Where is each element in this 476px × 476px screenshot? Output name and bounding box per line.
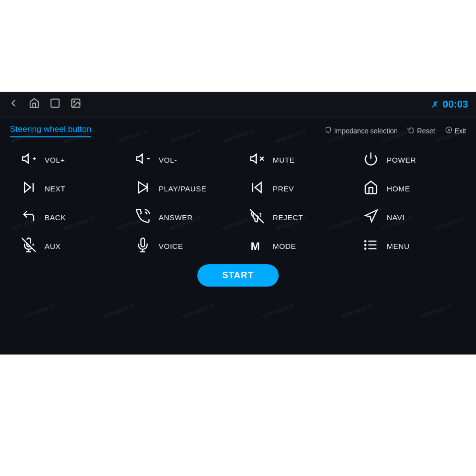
impedance-selection-btn[interactable]: Impedance selection xyxy=(325,126,398,135)
mute-label: MUTE xyxy=(273,156,295,164)
svg-marker-20 xyxy=(255,182,261,192)
aux-item[interactable]: AUX xyxy=(10,232,124,260)
reject-label: REJECT xyxy=(273,213,303,222)
mode-icon: M xyxy=(248,238,266,254)
gallery-icon[interactable] xyxy=(70,98,81,111)
voice-item[interactable]: VOICE xyxy=(124,232,238,260)
power-item[interactable]: POWER xyxy=(352,145,466,174)
shield-icon xyxy=(325,126,332,135)
home-ctrl-item[interactable]: HOME xyxy=(352,174,466,203)
navi-item[interactable]: NAVI xyxy=(352,203,466,232)
mute-item[interactable]: MUTE xyxy=(238,145,352,174)
navi-icon xyxy=(362,209,380,226)
reject-item[interactable]: REJECT xyxy=(238,203,352,232)
reject-icon xyxy=(248,209,266,226)
mute-icon xyxy=(248,151,266,168)
answer-icon xyxy=(134,209,152,226)
nav-icons xyxy=(8,98,81,111)
vol-plus-label: VOL+ xyxy=(45,156,65,164)
aux-label: AUX xyxy=(45,242,60,250)
voice-icon xyxy=(134,238,152,254)
play-pause-icon xyxy=(134,180,152,197)
svg-text:M: M xyxy=(251,240,260,252)
prev-icon xyxy=(248,180,266,197)
recent-icon[interactable] xyxy=(50,98,60,111)
vol-plus-item[interactable]: VOL+ xyxy=(10,145,124,174)
svg-point-35 xyxy=(365,248,366,249)
svg-marker-6 xyxy=(23,154,28,163)
prev-item[interactable]: PREV xyxy=(238,174,352,203)
play-pause-label: PLAY/PAUSE xyxy=(159,184,206,193)
navi-label: NAVI xyxy=(387,213,405,222)
back-icon[interactable] xyxy=(8,98,19,111)
impedance-label: Impedance selection xyxy=(334,127,398,135)
next-label: NEXT xyxy=(45,184,65,193)
start-btn-wrapper: START xyxy=(10,264,466,287)
reset-label: Reset xyxy=(417,127,435,135)
home-icon[interactable] xyxy=(29,98,40,111)
start-button[interactable]: START xyxy=(197,264,279,287)
content-area: Steering wheel button Impedance selectio… xyxy=(0,118,476,292)
time-display: 00:03 xyxy=(443,99,468,110)
svg-point-2 xyxy=(73,101,75,102)
vol-plus-icon xyxy=(20,151,38,168)
svg-marker-23 xyxy=(365,210,377,222)
play-pause-item[interactable]: PLAY/PAUSE xyxy=(124,174,238,203)
aux-icon xyxy=(20,238,38,254)
svg-marker-18 xyxy=(138,182,147,193)
title-actions: Impedance selection Reset xyxy=(325,126,466,135)
prev-label: PREV xyxy=(273,184,294,193)
exit-icon xyxy=(445,126,452,135)
answer-label: ANSWER xyxy=(159,213,193,222)
power-icon xyxy=(362,151,380,168)
menu-item[interactable]: MENU xyxy=(352,232,466,260)
answer-item[interactable]: ANSWER xyxy=(124,203,238,232)
svg-rect-0 xyxy=(51,99,60,108)
back-ctrl-icon xyxy=(20,209,38,226)
svg-marker-16 xyxy=(24,182,31,192)
bluetooth-icon: ✗ xyxy=(431,99,439,110)
vol-minus-label: VOL- xyxy=(159,156,177,164)
svg-marker-12 xyxy=(251,154,256,163)
svg-point-34 xyxy=(365,244,366,246)
mode-item[interactable]: M MODE xyxy=(238,232,352,260)
menu-label: MENU xyxy=(387,242,410,250)
power-label: POWER xyxy=(387,156,416,164)
title-row: Steering wheel button Impedance selectio… xyxy=(10,124,466,137)
menu-icon xyxy=(362,238,380,254)
svg-marker-10 xyxy=(137,154,142,163)
mode-label: MODE xyxy=(273,242,296,250)
vol-minus-item[interactable]: VOL- xyxy=(124,145,238,174)
reset-icon xyxy=(408,126,415,135)
next-icon xyxy=(20,180,38,197)
svg-point-33 xyxy=(365,240,366,242)
controls-grid: VOL+ VOL- xyxy=(10,145,466,260)
home-ctrl-icon xyxy=(362,180,380,197)
back-ctrl-label: BACK xyxy=(45,213,66,222)
vol-minus-icon xyxy=(134,151,152,168)
exit-label: Exit xyxy=(455,127,466,135)
voice-label: VOICE xyxy=(159,242,183,250)
top-bar-right: ✗ 00:03 xyxy=(431,99,468,110)
back-ctrl-item[interactable]: BACK xyxy=(10,203,124,232)
reset-btn[interactable]: Reset xyxy=(408,126,435,135)
exit-btn[interactable]: Exit xyxy=(445,126,466,135)
page-title: Steering wheel button xyxy=(10,124,91,137)
home-ctrl-label: HOME xyxy=(387,184,410,193)
top-bar: ✗ 00:03 xyxy=(0,92,476,118)
next-item[interactable]: NEXT xyxy=(10,174,124,203)
